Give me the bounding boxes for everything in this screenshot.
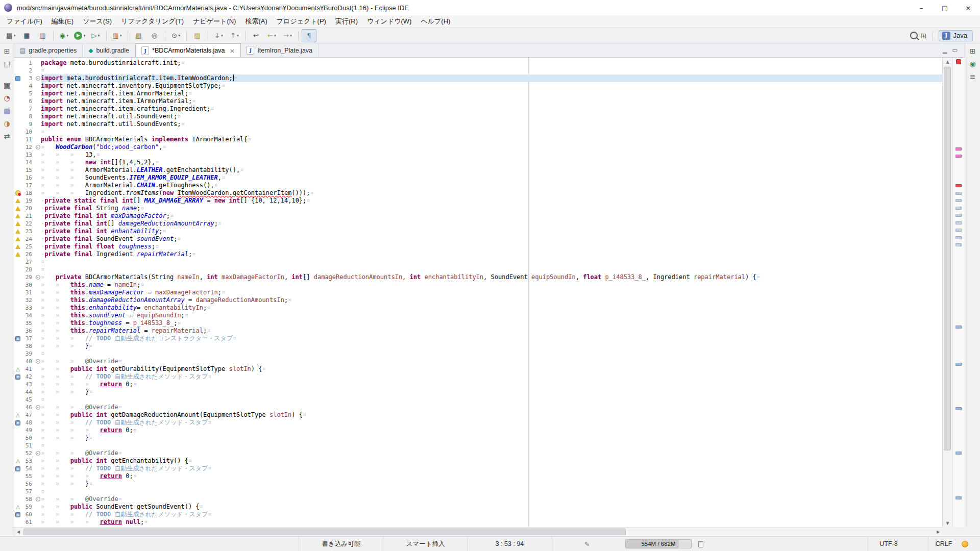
overview-marker[interactable] <box>955 325 962 329</box>
menu-item[interactable]: 検索(A) <box>240 15 272 28</box>
error-marker-icon[interactable] <box>15 190 21 196</box>
collapse-icon[interactable]: - <box>36 497 40 502</box>
warning-marker-icon[interactable] <box>15 252 20 257</box>
code-text[interactable]: » » » » return 0;¤ <box>41 472 942 480</box>
code-text[interactable]: » » public SoundEvent getSoundEvent() {¤ <box>41 503 942 511</box>
warning-marker-icon[interactable] <box>15 229 20 234</box>
search-icon[interactable] <box>910 32 918 39</box>
code-text[interactable]: » » » }¤ <box>41 342 942 350</box>
code-text[interactable]: ¤ <box>41 488 942 495</box>
overview-marker[interactable] <box>955 496 962 499</box>
external-tools-button[interactable]: ▷▾ <box>88 29 103 42</box>
outline-view-icon[interactable]: ≡ <box>968 71 978 82</box>
warning-marker-icon[interactable] <box>15 237 20 241</box>
restore-pane-icon[interactable]: ⊞ <box>968 46 978 56</box>
menu-item[interactable]: ソース(S) <box>78 15 116 28</box>
minimize-view-button[interactable]: ▁ <box>943 47 947 54</box>
overview-marker[interactable] <box>955 147 962 151</box>
code-text[interactable]: » » » // TODO 自動生成されたメソッド・スタブ¤ <box>41 465 942 472</box>
code-text[interactable]: » » » @Override¤ <box>41 404 942 411</box>
task-marker-icon[interactable]: ≡ <box>15 512 20 517</box>
code-text[interactable]: » » this.maxDamageFactor = maxDamageFact… <box>41 289 942 296</box>
open-perspective-icon[interactable]: ⊞ <box>921 32 927 40</box>
error-indicator-icon[interactable] <box>956 59 961 64</box>
code-text[interactable]: » » » Ingredient.fromItems(new ItemWoodC… <box>41 189 942 197</box>
notification-icon[interactable] <box>962 541 968 547</box>
code-text[interactable]: » » public int getDamageReductionAmount(… <box>41 411 942 419</box>
editor-tab[interactable]: JItemIron_Plate.java <box>241 43 318 57</box>
code-text[interactable]: » » » » return null;¤ <box>41 518 942 526</box>
overview-marker[interactable] <box>955 407 962 410</box>
progress-view-icon[interactable]: ◔ <box>2 93 12 103</box>
mark-occurrences-button[interactable]: ▨ <box>190 29 205 42</box>
collapse-icon[interactable]: - <box>36 145 40 149</box>
code-text[interactable]: » » » » return 0;¤ <box>41 427 942 434</box>
impl-marker-icon[interactable]: △ <box>16 413 20 418</box>
code-text[interactable]: ·private final int enhantability;¤ <box>41 228 942 235</box>
task-marker-icon[interactable]: ≡ <box>15 336 20 341</box>
code-text[interactable]: » » » ArmorMaterial.CHAIN.getToughness()… <box>41 182 942 189</box>
close-tab-icon[interactable]: × <box>229 47 235 55</box>
run-garbage-collector-icon[interactable] <box>698 541 703 547</box>
menu-item[interactable]: リファクタリング(T) <box>116 15 188 28</box>
code-text[interactable]: » » this.enhantability= enchantabilityIn… <box>41 304 942 312</box>
maximize-view-button[interactable]: ▭ <box>952 47 958 54</box>
forward-button[interactable]: →▾ <box>280 29 295 42</box>
code-text[interactable]: » » » @Override¤ <box>41 358 942 365</box>
next-annotation-button[interactable]: ↓▾ <box>211 29 226 42</box>
code-text[interactable]: » » » // TODO 自動生成されたメソッド・スタブ¤ <box>41 419 942 427</box>
code-text[interactable]: package meta.burodustinrialcraft.init;¤ <box>41 59 942 67</box>
code-text[interactable]: » » » @Override¤ <box>41 495 942 503</box>
overview-marker[interactable] <box>955 229 962 232</box>
code-text[interactable]: » » » ArmorMaterial.LEATHER.getEnchantab… <box>41 166 942 174</box>
task-marker-icon[interactable]: ≡ <box>15 374 20 380</box>
code-text[interactable]: import net.minecraft.util.SoundEvent;¤ <box>41 113 942 120</box>
vertical-scrollbar-thumb[interactable] <box>944 67 951 450</box>
code-text[interactable]: ¤ <box>41 266 942 273</box>
git-staging-icon[interactable]: ◑ <box>2 118 12 129</box>
menu-item[interactable]: ファイル(F) <box>2 15 47 28</box>
editor-tab[interactable]: J*BDCArmorMaterials.java× <box>135 43 241 57</box>
code-text[interactable]: import net.minecraft.util.SoundEvents;¤ <box>41 120 942 128</box>
editor-tab[interactable]: ◆build.gradle <box>83 43 135 57</box>
code-text[interactable]: ¤ <box>41 396 942 404</box>
menu-item[interactable]: プロジェクト(P) <box>272 15 331 28</box>
previous-annotation-button[interactable]: ↑▾ <box>227 29 242 42</box>
gradle-tasks-icon[interactable]: ◉ <box>968 59 978 69</box>
scroll-right-arrow[interactable]: ▶ <box>934 528 942 536</box>
code-text[interactable]: ·private final String name;¤ <box>41 205 942 212</box>
code-text[interactable]: import net.minecraft.item.IArmorMaterial… <box>41 97 942 105</box>
code-text[interactable]: » » » // TODO 自動生成されたメソッド・スタブ¤ <box>41 511 942 518</box>
overview-marker[interactable] <box>955 221 962 224</box>
scroll-up-arrow[interactable]: ▲ <box>943 58 952 66</box>
package-explorer-icon[interactable]: ▤ <box>2 59 12 69</box>
code-text[interactable]: import net.minecraft.item.ArmorMaterial;… <box>41 90 942 97</box>
last-edit-location-button[interactable]: ↩ <box>249 29 263 42</box>
code-text[interactable]: ·private static final int[] MAX_DAMAGE_A… <box>41 197 942 205</box>
search-button[interactable]: ⊙▾ <box>168 29 183 42</box>
scroll-down-arrow[interactable]: ▼ <box>943 519 952 527</box>
code-text[interactable]: ·private final int maxDamageFactor;¤ <box>41 212 942 220</box>
overview-marker[interactable] <box>955 192 962 195</box>
collapse-icon[interactable]: - <box>36 451 40 456</box>
back-button[interactable]: ←▾ <box>264 29 279 42</box>
code-text[interactable]: » WoodCarbon("bdc;wood_carbon",¤ <box>41 143 942 151</box>
code-text[interactable]: public enum BDCArmorMaterials implements… <box>41 136 942 143</box>
horizontal-scrollbar[interactable]: ◀ ▶ <box>14 527 942 536</box>
code-text[interactable]: » » » // TODO 自動生成されたコンストラクター・スタブ¤ <box>41 335 942 342</box>
warning-marker-icon[interactable] <box>15 221 20 226</box>
code-text[interactable]: ¤ <box>41 350 942 358</box>
code-text[interactable]: ¤ <box>41 67 942 74</box>
code-text[interactable]: import meta.burodustinrialcraft.item.Ite… <box>41 74 942 82</box>
menu-item[interactable]: ウィンドウ(W) <box>362 15 416 28</box>
task-marker-icon[interactable]: ≡ <box>15 466 20 471</box>
code-text[interactable]: ·private final int[] damageReductionAmou… <box>41 220 942 228</box>
collapse-icon[interactable]: - <box>36 275 40 280</box>
debug-button[interactable]: ◉▾ <box>57 29 71 42</box>
save-button[interactable]: ▦ <box>19 29 34 42</box>
code-text[interactable]: ¤ <box>41 258 942 266</box>
code-text[interactable]: ·private final Ingredient repairMaterial… <box>41 251 942 258</box>
code-text[interactable]: » » » new int[]{1,4,5,2},¤ <box>41 159 942 166</box>
bookmark-marker-icon[interactable] <box>15 76 20 81</box>
code-text[interactable]: » » » // TODO 自動生成されたメソッド・スタブ¤ <box>41 373 942 381</box>
